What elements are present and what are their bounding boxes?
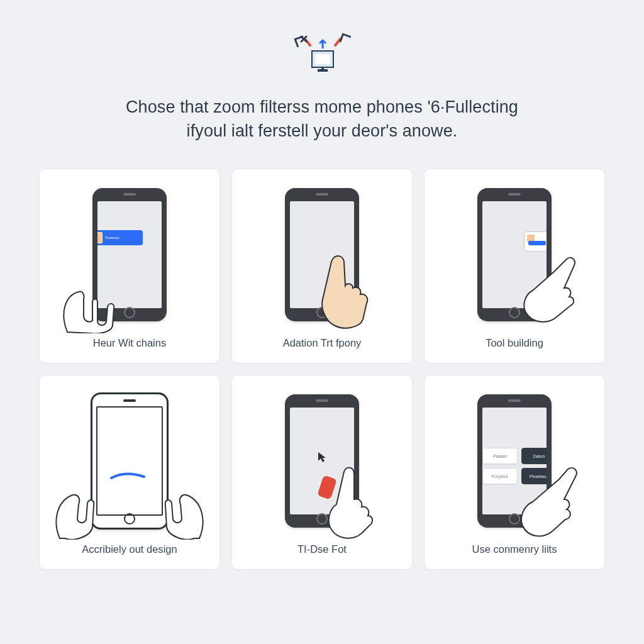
- contact-badge-icon: Rнвема: [97, 230, 143, 245]
- hand-holding-icon: [496, 240, 591, 335]
- hand-left-icon: [52, 458, 121, 540]
- card-label: Heur Wit chains: [93, 337, 166, 349]
- card-label: Accribiely out design: [82, 543, 177, 555]
- hand-pointing-icon: [309, 453, 391, 541]
- headline-line2: ifyoul ialt ferstell your deor's anowe.: [126, 119, 518, 143]
- card-ti-dse-fot[interactable]: TI-Dse Fot: [231, 375, 413, 570]
- card-label: Tool building: [486, 337, 543, 349]
- svg-rect-2: [315, 54, 330, 64]
- card-use-conmenry-liits[interactable]: Paatan Daton Furysios Floweaus Use conme…: [424, 375, 605, 570]
- card-label: Use conmenry liits: [472, 543, 557, 555]
- hand-tapping-icon: [301, 239, 396, 333]
- feature-grid: Rнвема Heur Wit chains: [39, 169, 605, 570]
- hand-holding-icon: [499, 453, 587, 541]
- svg-rect-4: [321, 67, 324, 70]
- hand-right-icon: [138, 458, 207, 540]
- card-label: TI-Dse Fot: [297, 543, 347, 555]
- card-tool-building[interactable]: Tool building: [424, 169, 605, 364]
- headline-line1: Chose that zoom filterss mome phones '6·…: [126, 96, 518, 119]
- hand-holding-icon: [55, 258, 143, 333]
- hero-monitor-icon: [287, 31, 357, 80]
- headline: Chose that zoom filterss mome phones '6·…: [126, 96, 518, 143]
- card-adation-trt-fpony[interactable]: Adation Trt fpony: [231, 169, 413, 364]
- card-heur-wit-chains[interactable]: Rнвема Heur Wit chains: [39, 169, 220, 364]
- card-accribiely-out-design[interactable]: Accribiely out design: [39, 375, 220, 570]
- card-label: Adation Trt fpony: [283, 337, 362, 349]
